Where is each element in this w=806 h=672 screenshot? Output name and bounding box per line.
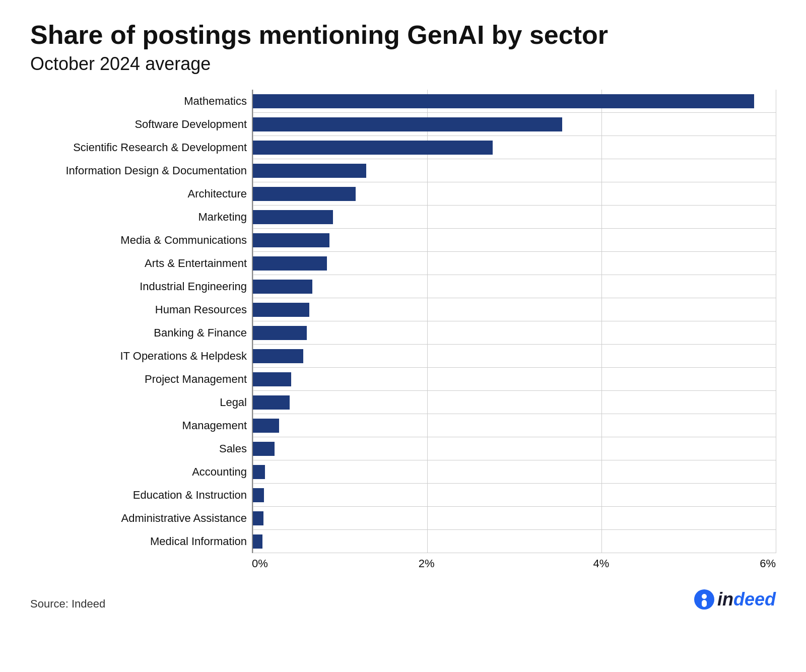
bar-row xyxy=(253,345,776,368)
bar xyxy=(253,187,356,201)
x-axis-tick: 4% xyxy=(593,557,609,570)
bar xyxy=(253,465,265,479)
bar-row xyxy=(253,437,776,460)
chart-title: Share of postings mentioning GenAI by se… xyxy=(30,20,776,50)
bar-label: Arts & Entertainment xyxy=(145,252,247,275)
bar-label: Banking & Finance xyxy=(154,321,247,345)
bar-row xyxy=(253,159,776,182)
bar-row xyxy=(253,113,776,136)
bar xyxy=(253,326,307,340)
bar xyxy=(253,511,263,525)
bar xyxy=(253,233,329,247)
indeed-logo-text: indeed xyxy=(717,589,776,610)
bar xyxy=(253,164,366,178)
bar xyxy=(253,488,264,502)
bar-row xyxy=(253,206,776,229)
x-axis-tick: 6% xyxy=(760,557,776,570)
bar-row xyxy=(253,136,776,159)
bar-row xyxy=(253,414,776,437)
labels-column: MathematicsSoftware DevelopmentScientifi… xyxy=(30,90,252,553)
bar-row xyxy=(253,507,776,530)
bar-label: Architecture xyxy=(188,182,247,206)
bar xyxy=(253,349,303,363)
x-axis-tick: 0% xyxy=(252,557,268,570)
bar-row xyxy=(253,484,776,507)
bar-label: Marketing xyxy=(198,206,247,229)
bar-row xyxy=(253,182,776,206)
bar xyxy=(253,372,291,386)
footer: Source: Indeed indeed xyxy=(30,588,776,611)
indeed-logo-icon xyxy=(693,588,715,611)
bar xyxy=(253,117,562,131)
bar-label: Mathematics xyxy=(184,90,247,113)
bar-label: Accounting xyxy=(192,460,247,484)
x-axis-tick: 2% xyxy=(419,557,435,570)
source-text: Source: Indeed xyxy=(30,597,105,611)
bar xyxy=(253,210,333,224)
bar xyxy=(253,256,327,271)
bar-label: Media & Communications xyxy=(120,229,247,252)
chart-area: MathematicsSoftware DevelopmentScientifi… xyxy=(30,90,776,553)
bar-row xyxy=(253,275,776,298)
bar xyxy=(253,141,493,155)
bar xyxy=(253,395,290,410)
bar xyxy=(253,94,754,108)
bar-label: Legal xyxy=(220,391,247,414)
bar-label: Industrial Engineering xyxy=(140,275,247,298)
svg-point-1 xyxy=(702,594,707,599)
bar xyxy=(253,303,309,317)
bar-row xyxy=(253,530,776,553)
bar-row xyxy=(253,252,776,275)
bar-label: Software Development xyxy=(135,113,247,136)
gridline xyxy=(776,90,776,553)
bar-row xyxy=(253,391,776,414)
bar-row xyxy=(253,298,776,321)
bar-label: Management xyxy=(182,414,247,437)
bar-row xyxy=(253,321,776,345)
bar-label: Human Resources xyxy=(155,298,247,321)
bar-label: Project Management xyxy=(145,368,247,391)
bars-column xyxy=(252,90,776,553)
bar-row xyxy=(253,368,776,391)
bar-label: Sales xyxy=(219,437,247,460)
bar xyxy=(253,534,262,549)
bar-label: Education & Instruction xyxy=(133,484,247,507)
bar xyxy=(253,280,312,294)
bar xyxy=(253,442,275,456)
bar-label: Information Design & Documentation xyxy=(65,159,247,182)
bar-label: Administrative Assistance xyxy=(121,507,247,530)
bar-label: Scientific Research & Development xyxy=(73,136,247,159)
indeed-logo: indeed xyxy=(693,588,776,611)
bar-row xyxy=(253,229,776,252)
chart-container: MathematicsSoftware DevelopmentScientifi… xyxy=(30,90,776,573)
chart-subtitle: October 2024 average xyxy=(30,53,776,75)
bar xyxy=(253,419,279,433)
svg-rect-2 xyxy=(702,600,707,607)
bar-label: IT Operations & Helpdesk xyxy=(120,345,247,368)
bar-label: Medical Information xyxy=(150,530,247,553)
bar-row xyxy=(253,460,776,484)
bar-row xyxy=(253,90,776,113)
